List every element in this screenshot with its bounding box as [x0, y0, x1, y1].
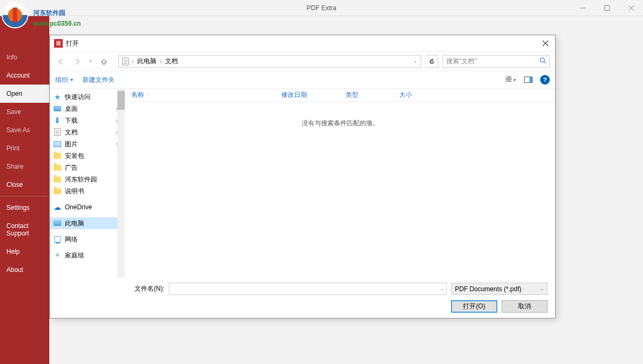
- tree-item[interactable]: 文档📌: [50, 126, 125, 138]
- svg-rect-15: [529, 77, 533, 83]
- dialog-nav: ▼ › 此电脑 › 文档 ⌄ 搜索"文档": [50, 51, 555, 71]
- filetype-select[interactable]: PDF Documents (*.pdf)⌄: [451, 283, 548, 295]
- sidebar-item-share[interactable]: Share: [0, 157, 49, 176]
- cancel-button[interactable]: 取消: [502, 300, 548, 313]
- tree-item[interactable]: ☁OneDrive: [50, 201, 125, 213]
- breadcrumb[interactable]: › 此电脑 › 文档 ⌄: [118, 55, 421, 68]
- chevron-down-icon[interactable]: ⌄: [414, 59, 417, 64]
- svg-line-9: [544, 62, 545, 63]
- preview-pane-button[interactable]: [523, 74, 534, 85]
- sidebar-item-account[interactable]: Account: [0, 66, 49, 85]
- minimize-button[interactable]: [571, 0, 595, 16]
- monitor-icon: [53, 219, 62, 228]
- download-icon: ⬇: [53, 116, 62, 125]
- sidebar-item-contact-support[interactable]: Contact Support: [0, 217, 49, 242]
- open-button[interactable]: 打开(O): [451, 300, 497, 313]
- svg-rect-11: [510, 76, 512, 78]
- sidebar-item-open[interactable]: Open: [0, 85, 49, 103]
- tree-item[interactable]: ★快速访问: [50, 91, 125, 103]
- filename-label: 文件名(N):: [132, 284, 165, 293]
- search-placeholder: 搜索"文档": [446, 57, 477, 66]
- help-icon[interactable]: ?: [540, 75, 550, 85]
- dialog-close-button[interactable]: [540, 38, 551, 49]
- tree-item-label: 安装包: [65, 151, 84, 161]
- file-list-panel: 名称 ⌃ 修改日期 类型 大小 没有与搜索条件匹配的项。: [125, 89, 555, 277]
- cloud-icon: ☁: [53, 203, 62, 211]
- sidebar-item-help[interactable]: Help: [0, 242, 49, 261]
- sidebar-item-settings[interactable]: Settings: [0, 199, 49, 217]
- tree-item[interactable]: 河东软件园: [50, 173, 125, 185]
- sidebar-item-print[interactable]: Print: [0, 139, 49, 157]
- close-button[interactable]: [619, 0, 643, 16]
- dialog-title: 打开: [66, 39, 79, 48]
- svg-rect-3: [604, 5, 609, 10]
- pic-icon: [53, 140, 62, 148]
- svg-rect-1: [13, 7, 17, 22]
- search-icon: [540, 57, 546, 65]
- monitor-icon: [53, 104, 62, 113]
- tree-item[interactable]: 广告: [50, 162, 125, 173]
- tree-item[interactable]: 桌面📌: [50, 103, 125, 115]
- dialog-app-icon: 匝: [54, 39, 63, 48]
- tree-item[interactable]: 说明书: [50, 185, 125, 197]
- column-type[interactable]: 类型: [346, 90, 399, 100]
- app-title: PDF Extra: [306, 4, 336, 12]
- organize-button[interactable]: 组织▼: [55, 75, 74, 85]
- tree-item[interactable]: ⚘家庭组: [50, 249, 125, 261]
- new-folder-button[interactable]: 新建文件夹: [83, 75, 115, 85]
- chevron-down-icon[interactable]: ⌄: [440, 286, 444, 291]
- sidebar-item-save[interactable]: Save: [0, 103, 49, 121]
- tree-item[interactable]: 安装包: [50, 150, 125, 162]
- nav-forward-button[interactable]: [71, 56, 83, 67]
- view-mode-button[interactable]: ▼: [506, 74, 517, 85]
- column-headers: 名称 ⌃ 修改日期 类型 大小: [125, 89, 555, 102]
- folder-icon: [53, 163, 62, 172]
- folder-icon: [53, 151, 62, 160]
- tree-item[interactable]: 网络: [50, 233, 125, 245]
- tree-item[interactable]: 图片📌: [50, 138, 125, 150]
- tree-item[interactable]: 此电脑: [50, 217, 125, 229]
- column-name[interactable]: 名称 ⌃: [131, 90, 281, 100]
- tree-item-label: 河东软件园: [65, 175, 97, 184]
- folder-tree: ★快速访问桌面📌⬇下载📌文档📌图片📌安装包广告河东软件园说明书☁OneDrive…: [50, 89, 125, 277]
- column-date[interactable]: 修改日期: [281, 90, 346, 100]
- star-icon: ★: [53, 93, 62, 101]
- refresh-button[interactable]: [425, 55, 438, 68]
- sort-indicator-icon: ⌃: [146, 93, 151, 98]
- open-dialog: 匝 打开 ▼ › 此电脑 › 文档 ⌄ 搜索"文档": [49, 35, 556, 318]
- sidebar-item-save-as[interactable]: Save As: [0, 121, 49, 139]
- tree-item-label: 说明书: [65, 187, 84, 196]
- dialog-titlebar: 匝 打开: [50, 35, 555, 51]
- tree-item-label: 广告: [65, 163, 78, 172]
- scrollbar[interactable]: [117, 89, 125, 277]
- nav-recent-dropdown[interactable]: ▼: [87, 56, 94, 67]
- tree-item-label: 快速访问: [65, 93, 91, 102]
- tree-item-label: 文档: [65, 128, 78, 137]
- sidebar-item-info[interactable]: Info: [0, 48, 49, 66]
- tree-item-label: 图片: [65, 140, 78, 149]
- svg-rect-13: [510, 79, 512, 81]
- maximize-button[interactable]: [595, 0, 619, 16]
- tree-item[interactable]: ⬇下载📌: [50, 115, 125, 126]
- watermark-text1: 河东软件园: [33, 9, 65, 17]
- empty-message: 没有与搜索条件匹配的项。: [125, 102, 555, 277]
- sidebar-item-close[interactable]: Close: [0, 176, 49, 194]
- nav-up-button[interactable]: [98, 56, 110, 67]
- network-icon: [53, 235, 62, 244]
- doc-icon: [53, 128, 62, 136]
- sidebar-item-about[interactable]: About: [0, 261, 49, 279]
- filename-input[interactable]: ⌄: [169, 283, 447, 295]
- chevron-right-icon: ›: [132, 58, 134, 65]
- breadcrumb-item[interactable]: 此电脑: [137, 57, 156, 66]
- tree-item-label: 家庭组: [65, 251, 84, 260]
- watermark: 河东软件园 www.pc0359.cn: [0, 0, 106, 34]
- svg-rect-12: [506, 79, 509, 81]
- tree-item-label: 桌面: [65, 104, 78, 113]
- tree-item-label: 下载: [65, 116, 78, 125]
- dialog-footer: 文件名(N): ⌄ PDF Documents (*.pdf)⌄ 打开(O) 取…: [50, 277, 555, 318]
- breadcrumb-item[interactable]: 文档: [165, 57, 178, 66]
- search-input[interactable]: 搜索"文档": [443, 55, 550, 68]
- nav-back-button[interactable]: [55, 56, 67, 67]
- chevron-down-icon: ⌄: [540, 286, 544, 291]
- column-size[interactable]: 大小: [399, 90, 549, 100]
